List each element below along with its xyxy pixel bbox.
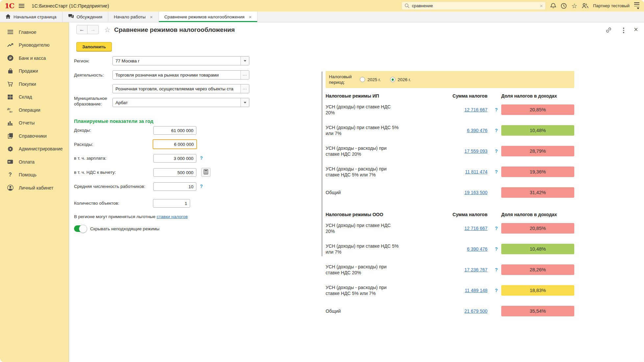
main-content: ← → ☆ Сравнение режимов налогообложения … bbox=[69, 22, 644, 362]
region-dropdown-button[interactable] bbox=[240, 57, 249, 65]
activity2-field[interactable]: Розничная торговля, осуществляемая через… bbox=[112, 84, 249, 93]
app-window: 1С 1С:БизнесСтарт (1С:Предприятие) сравн… bbox=[0, 0, 644, 362]
tax-sum-link[interactable]: 11 811 474 bbox=[465, 169, 487, 174]
back-button[interactable]: ← bbox=[76, 25, 87, 34]
close-tab-icon[interactable]: × bbox=[249, 14, 252, 20]
main-menu-button[interactable] bbox=[19, 4, 24, 8]
sidebar-item-purchases[interactable]: Покупки bbox=[0, 78, 69, 91]
sidebar-item-main[interactable]: Главное bbox=[0, 26, 69, 39]
sidebar-item-account[interactable]: Личный кабинет bbox=[0, 181, 69, 194]
radio-circle[interactable] bbox=[360, 77, 365, 82]
sidebar-item-catalogs[interactable]: Справочники bbox=[0, 129, 69, 143]
current-user[interactable]: Партнер тестовый bbox=[593, 3, 630, 8]
sidebar-item-manager[interactable]: Руководителю bbox=[0, 39, 69, 52]
activity2-select-button[interactable]: ... bbox=[240, 84, 249, 93]
help-icon[interactable]: ? bbox=[491, 107, 501, 112]
radio-2025[interactable]: 2025 г. bbox=[360, 77, 381, 82]
vat-input[interactable]: 500 000 bbox=[153, 168, 196, 177]
tax-share-badge: 28,26% bbox=[501, 264, 574, 275]
link-icon[interactable] bbox=[605, 27, 612, 35]
table-header-ooo: Налоговые режимы ООО Сумма налогов Доля … bbox=[326, 211, 574, 218]
tax-share-badge: 18,83% bbox=[501, 285, 574, 296]
close-form-icon[interactable]: × bbox=[634, 27, 638, 33]
page-title: Сравнение режимов налогообложения bbox=[114, 26, 235, 34]
salary-help-icon[interactable]: ? bbox=[200, 155, 203, 161]
forward-button[interactable]: → bbox=[87, 25, 99, 34]
tab-getting-started[interactable]: Начало работы × bbox=[108, 11, 159, 22]
employees-input[interactable]: 10 bbox=[153, 182, 196, 191]
tab-tax-comparison[interactable]: Сравнение режимов налогообложения × bbox=[159, 11, 258, 22]
sidebar-item-bank-cash[interactable]: Р Банк и касса bbox=[0, 52, 69, 65]
activity-select-button[interactable]: ... bbox=[240, 71, 249, 79]
help-icon[interactable]: ? bbox=[491, 148, 501, 154]
municipality-field[interactable]: Арбат bbox=[112, 98, 249, 107]
users-icon[interactable] bbox=[582, 3, 588, 9]
sidebar-item-administration[interactable]: Администрирование bbox=[0, 143, 69, 156]
calculator-icon bbox=[204, 169, 208, 175]
menu-lines-icon bbox=[7, 30, 14, 34]
search-clear-icon[interactable]: × bbox=[540, 3, 543, 9]
fill-button[interactable]: Заполнить bbox=[76, 42, 112, 51]
objects-input[interactable]: 1 bbox=[153, 199, 190, 208]
activity-field[interactable]: Торговля розничная на рынках прочими тов… bbox=[112, 70, 249, 79]
regime-row: УСН (доходы) при ставке НДС 5% или 7% 6 … bbox=[326, 120, 574, 141]
tax-rates-link[interactable]: ставки налогов bbox=[157, 214, 187, 219]
help-icon[interactable]: ? bbox=[491, 288, 501, 293]
bell-icon[interactable] bbox=[550, 3, 556, 9]
sidebar-item-reports[interactable]: Отчеты bbox=[0, 117, 69, 130]
sidebar-item-warehouse[interactable]: Склад bbox=[0, 91, 69, 104]
municipality-label: Муниципальное образование: bbox=[74, 96, 111, 107]
sidebar-item-sales[interactable]: Продажи bbox=[0, 65, 69, 78]
history-clock-icon[interactable] bbox=[561, 3, 567, 9]
more-menu-icon[interactable] bbox=[622, 27, 625, 34]
tax-sum-link[interactable]: 21 679 500 bbox=[464, 308, 487, 314]
calculator-button[interactable] bbox=[201, 168, 211, 177]
tools-menu-button[interactable] bbox=[634, 2, 639, 9]
sidebar-item-operations[interactable]: ДтКт Операции bbox=[0, 103, 69, 117]
tax-sum-link[interactable]: 12 716 667 bbox=[464, 107, 487, 112]
global-search-input[interactable]: сравнение × bbox=[402, 2, 546, 10]
tax-share-badge: 20,85% bbox=[501, 104, 574, 115]
gear-icon bbox=[7, 146, 14, 152]
help-icon[interactable]: ? bbox=[491, 169, 501, 174]
1c-logo: 1С bbox=[5, 2, 14, 10]
favorite-star-icon[interactable]: ☆ bbox=[104, 26, 111, 34]
search-value: сравнение bbox=[412, 3, 537, 8]
regime-row: УСН (доходы) при ставке НДС 20% 12 716 6… bbox=[326, 218, 574, 238]
region-label: Регион: bbox=[74, 58, 89, 63]
income-input[interactable]: 61 000 000 bbox=[153, 126, 196, 135]
tax-sum-link[interactable]: 17 236 767 bbox=[464, 267, 487, 272]
favorites-star-icon[interactable]: ☆ bbox=[571, 3, 577, 9]
salary-input[interactable]: 3 000 000 bbox=[153, 154, 196, 163]
ruble-icon: Р bbox=[7, 55, 14, 61]
municipality-dropdown-button[interactable] bbox=[240, 98, 249, 107]
tax-sum-link[interactable]: 6 390 476 bbox=[467, 246, 487, 252]
radio-circle-checked[interactable] bbox=[390, 77, 395, 82]
tax-sum-link[interactable]: 6 390 476 bbox=[467, 128, 487, 133]
region-field[interactable]: 77 Москва г bbox=[112, 56, 249, 65]
regime-row: УСН (доходы) при ставке НДС 5% или 7% 6 … bbox=[326, 238, 574, 259]
help-icon[interactable]: ? bbox=[491, 246, 501, 252]
hide-unsuitable-toggle[interactable] bbox=[74, 225, 86, 232]
tax-sum-link[interactable]: 12 716 667 bbox=[464, 226, 487, 231]
tab-home[interactable]: Начальная страница bbox=[0, 11, 62, 22]
expenses-input[interactable]: 6 000 000 bbox=[153, 139, 197, 149]
help-icon[interactable]: ? bbox=[491, 226, 501, 231]
sidebar-item-payment[interactable]: Оплата bbox=[0, 155, 69, 169]
tax-sum-link[interactable]: 19 163 500 bbox=[464, 190, 487, 195]
radio-2026[interactable]: 2026 г. bbox=[390, 77, 411, 82]
employees-label: Средняя численность работников: bbox=[74, 184, 145, 189]
help-icon[interactable]: ? bbox=[491, 267, 501, 272]
tab-discussions[interactable]: Обсуждения bbox=[62, 11, 108, 22]
ellipsis-icon: ... bbox=[243, 87, 247, 91]
regime-row: УСН (доходы) при ставке НДС 20% 12 716 6… bbox=[326, 99, 574, 120]
regime-row: УСН (доходы - расходы) при ставке НДС 5%… bbox=[326, 161, 574, 182]
toggle-label: Скрывать неподходящие режимы bbox=[90, 226, 160, 231]
tax-sum-link[interactable]: 11 489 148 bbox=[465, 288, 487, 293]
employees-help-icon[interactable]: ? bbox=[200, 184, 203, 189]
sidebar-item-help[interactable]: ? Помощь bbox=[0, 169, 69, 182]
close-tab-icon[interactable]: × bbox=[150, 14, 153, 20]
cart-icon bbox=[7, 81, 14, 87]
tax-sum-link[interactable]: 17 559 093 bbox=[464, 148, 487, 154]
help-icon[interactable]: ? bbox=[491, 128, 501, 133]
